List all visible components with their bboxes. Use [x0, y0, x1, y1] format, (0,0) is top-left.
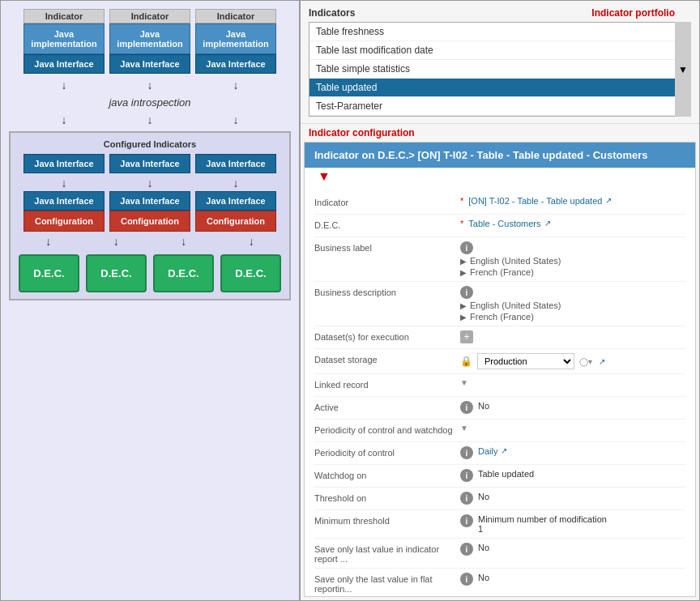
indicator-link[interactable]: [ON] T-I02 - Table - Table updated: [468, 196, 602, 206]
configured-label: Configured Indicators: [17, 139, 283, 149]
arrow-12: ↓: [152, 235, 216, 248]
periodicity-arrow: ▼: [460, 424, 468, 433]
java-impl-2: Java implementation: [109, 23, 190, 54]
configuration-box-1: Configuration: [23, 211, 105, 232]
plus-button[interactable]: +: [460, 330, 473, 343]
java-interface-conf-1: Java Interface: [23, 191, 105, 211]
indicator-label-1: Indicator: [23, 9, 105, 23]
external-link-icon-3: ↗: [599, 357, 605, 366]
arrow-3: ↓: [195, 79, 276, 92]
form-row-linked-record: Linked record ▼: [314, 374, 685, 397]
portfolio-label: Indicator portfolio: [591, 7, 675, 19]
lang-fr-2: French (France): [470, 312, 534, 322]
external-link-icon-2: ↗: [544, 219, 551, 228]
lang-en-1: English (United States): [470, 256, 561, 266]
indicator-list-wrapper: Table freshness Table last modification …: [309, 22, 691, 117]
form-row-business-label: Business label i ▶ English (United State…: [314, 237, 685, 282]
arrow-6: ↓: [195, 113, 276, 126]
save-flat-value: No: [478, 573, 489, 582]
value-threshold: i No: [460, 492, 685, 505]
java-interface-top-2: Java Interface: [109, 54, 190, 74]
required-star-1: *: [460, 196, 463, 206]
linked-record-arrow: ▼: [460, 378, 468, 387]
value-business-label: i ▶ English (United States) ▶ French (Fr…: [460, 241, 685, 277]
form-row-business-desc: Business description i ▶ English (United…: [314, 282, 685, 326]
java-interface-conf-3: Java Interface: [195, 191, 276, 211]
indicator-label-2: Indicator: [109, 9, 190, 23]
value-dec: * Table - Customers ↗: [460, 219, 685, 228]
config-section-header: Indicator configuration: [301, 124, 699, 142]
storage-row: 🔒 Production ◯▾ ↗: [460, 353, 605, 369]
configuration-box-3: Configuration: [195, 211, 276, 232]
arrow-4: ↓: [23, 113, 105, 126]
value-watchdog: i Table updated: [460, 469, 685, 482]
arrow-2: ↓: [109, 79, 190, 92]
label-periodicity-header: Periodicity of control and watchdog: [314, 424, 460, 435]
info-icon-7: i: [460, 514, 473, 527]
arrow-9: ↓: [195, 177, 276, 190]
configured-section: Configured Indicators Java Interface Jav…: [9, 131, 291, 300]
java-impl-3: Java implementation: [195, 23, 276, 54]
form-row-save-report: Save only last value in indicator report…: [314, 539, 685, 569]
label-watchdog: Watchdog on: [314, 469, 460, 480]
lang-item-fr-1: ▶ French (France): [460, 267, 685, 277]
dec-row: D.E.C. D.E.C. D.E.C. D.E.C.: [17, 254, 283, 292]
config-section-title: Indicator configuration: [309, 127, 691, 139]
indicator-item-1[interactable]: Table last modification date: [309, 41, 690, 60]
external-link-icon-1: ↗: [605, 196, 612, 205]
value-save-report: i No: [460, 543, 685, 556]
arrow-7: ↓: [23, 177, 105, 190]
form-row-indicator: Indicator * [ON] T-I02 - Table - Table u…: [314, 192, 685, 215]
mid-java-box-2: Java Interface: [109, 154, 190, 173]
dec-link[interactable]: Table - Customers: [468, 219, 540, 228]
info-icon-3: i: [460, 401, 473, 414]
indicator-item-0[interactable]: Table freshness: [309, 23, 690, 41]
indicator-item-4[interactable]: Test-Parameter: [309, 97, 690, 116]
value-save-flat: i No: [460, 573, 685, 586]
arrows-row-2: ↓ ↓ ↓: [9, 113, 291, 126]
java-interface-mid-2: Java Interface: [109, 154, 190, 173]
expand-icon-4: ▶: [460, 313, 467, 322]
value-business-desc: i ▶ English (United States) ▶ French (Fr…: [460, 286, 685, 322]
java-interface-top-3: Java Interface: [195, 54, 276, 74]
config-box-3: Java Interface Configuration: [195, 191, 276, 232]
lang-item-en-1: ▶ English (United States): [460, 256, 685, 266]
indicators-section: Indicators Indicator portfolio Table fre…: [301, 1, 699, 124]
mid-java-box-3: Java Interface: [195, 154, 276, 173]
indicator-item-3[interactable]: Table updated: [309, 79, 690, 97]
lock-icon: 🔒: [460, 356, 472, 367]
label-periodicity-control: Periodicity of control: [314, 446, 460, 458]
min-threshold-desc: Minimum number of modification: [478, 514, 607, 524]
form-row-periodicity-header: Periodicity of control and watchdog ▼: [314, 420, 685, 442]
label-save-flat: Save only the last value in flat reporti…: [314, 573, 460, 594]
info-icon-4: i: [460, 446, 473, 459]
arrow-8: ↓: [109, 177, 190, 190]
dec-box-1: D.E.C.: [19, 254, 79, 292]
config-form-area[interactable]: Indicator on D.E.C.> [ON] T-I02 - Table …: [304, 142, 696, 597]
daily-link[interactable]: Daily: [478, 446, 497, 456]
form-row-threshold: Threshold on i No: [314, 488, 685, 510]
label-indicator: Indicator: [314, 196, 460, 207]
java-interface-conf-2: Java Interface: [109, 191, 190, 211]
form-row-active: Active i No: [314, 397, 685, 420]
lang-item-fr-2: ▶ French (France): [460, 312, 685, 322]
value-periodicity-header: ▼: [460, 424, 685, 433]
dec-box-3: D.E.C.: [153, 254, 214, 292]
storage-select[interactable]: Production: [477, 353, 574, 369]
dec-box-2: D.E.C.: [86, 254, 147, 292]
indicator-item-2[interactable]: Table simple statistics: [309, 60, 690, 79]
java-impl-1: Java implementation: [23, 23, 105, 54]
java-interface-mid-1: Java Interface: [23, 154, 105, 173]
info-icon-9: i: [460, 573, 473, 586]
value-linked-record: ▼: [460, 378, 685, 387]
value-indicator: * [ON] T-I02 - Table - Table updated ↗: [460, 196, 685, 206]
form-row-periodicity-control: Periodicity of control i Daily ↗: [314, 442, 685, 465]
info-icon-1: i: [460, 241, 473, 254]
dropdown-scroll-arrow[interactable]: ▼: [675, 22, 691, 117]
arrows-row-1: ↓ ↓ ↓: [9, 79, 291, 92]
indicator-list: Table freshness Table last modification …: [309, 22, 691, 117]
form-row-save-flat: Save only the last value in flat reporti…: [314, 569, 685, 597]
required-star-2: *: [460, 219, 463, 228]
label-dec: D.E.C.: [314, 219, 460, 230]
label-business-desc: Business description: [314, 286, 460, 297]
